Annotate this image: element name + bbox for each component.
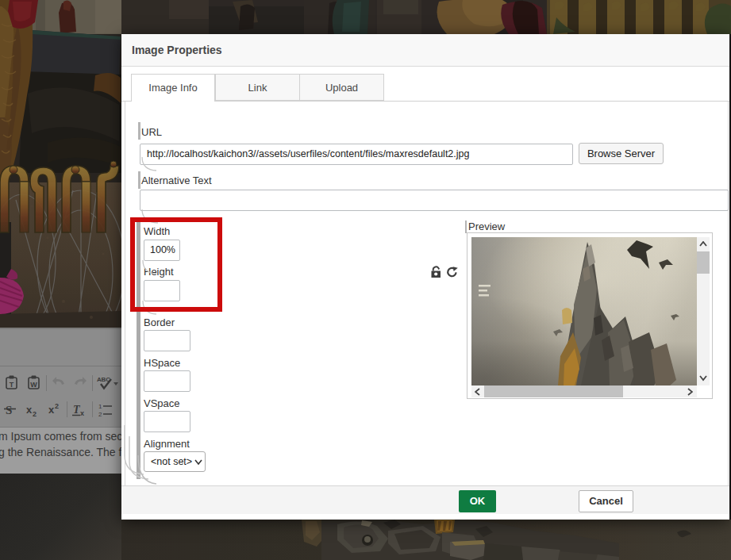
svg-text:2: 2: [55, 402, 59, 410]
svg-text:2: 2: [98, 411, 102, 418]
svg-text:W: W: [30, 381, 37, 389]
svg-text:1: 1: [98, 403, 102, 410]
svg-text:x: x: [26, 404, 33, 416]
svg-text:S: S: [6, 404, 12, 416]
svg-text:T: T: [10, 381, 14, 389]
svg-text:x: x: [80, 409, 84, 417]
svg-text:2: 2: [33, 410, 37, 418]
svg-text:x: x: [48, 404, 55, 416]
